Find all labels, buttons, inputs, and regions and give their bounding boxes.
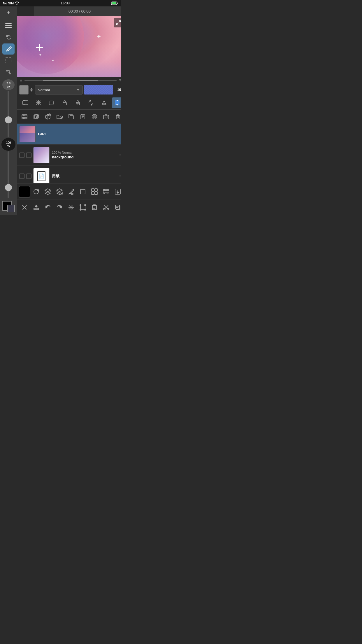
group-layers-icon[interactable]	[20, 97, 31, 108]
paste-layer-button[interactable]	[78, 111, 88, 122]
status-right	[111, 1, 118, 5]
layer-color-swatch[interactable]	[19, 85, 29, 94]
brush-size-slider[interactable]	[0, 91, 17, 137]
sparkle-button[interactable]	[66, 202, 76, 213]
pen-tool[interactable]	[2, 43, 15, 55]
color-select-icon[interactable]	[112, 97, 121, 108]
layer-visibility-bg[interactable]	[19, 153, 24, 158]
add-folder-button[interactable]	[54, 111, 65, 122]
undo-button[interactable]	[43, 202, 53, 213]
star-3: ✦	[52, 59, 54, 62]
gallery-button[interactable]	[30, 186, 42, 197]
svg-point-104	[80, 204, 81, 206]
layer-info-paper: 用紙	[52, 174, 118, 179]
timer-bar: 00:00 / 60:00	[34, 6, 121, 16]
canvas-scrollbar[interactable]: ≡ ✎	[17, 77, 121, 84]
undo-tool[interactable]	[2, 32, 15, 43]
cut-button[interactable]	[101, 202, 111, 213]
svg-rect-64	[116, 116, 119, 119]
updown-arrows[interactable]	[30, 88, 33, 92]
layer-more-bg[interactable]: ≡	[118, 151, 121, 159]
layer-row-paper[interactable]: 📄 用紙 ≡	[17, 166, 121, 183]
layer-thumb-bg	[33, 147, 50, 163]
layer-row-background[interactable]: 100 % Normal background ≡	[17, 145, 121, 166]
fx-icon[interactable]	[33, 97, 44, 108]
svg-marker-26	[102, 101, 106, 105]
expand-button[interactable]	[114, 18, 121, 27]
grid-button[interactable]	[89, 186, 100, 197]
status-left: No SIM	[3, 1, 19, 5]
brush-settings-button[interactable]	[65, 186, 77, 197]
opacity-slider[interactable]	[8, 151, 9, 198]
blend-up-icon[interactable]	[99, 97, 109, 108]
add-button[interactable]: +	[2, 8, 15, 19]
left-toolbar: +	[0, 6, 17, 215]
paste-button[interactable]	[113, 202, 121, 213]
layer-info-bg: 100 % Normal background	[52, 151, 118, 159]
layer-settings-button[interactable]	[54, 186, 65, 197]
layer-row-girl[interactable]: GIRL	[17, 124, 121, 145]
layer-info-girl: GIRL	[38, 132, 121, 136]
mask-layer-button[interactable]	[89, 111, 100, 122]
alpha-lock-icon[interactable]	[73, 97, 83, 108]
add-shape-button[interactable]	[43, 111, 53, 122]
import-button[interactable]	[31, 202, 41, 213]
clipboard-button[interactable]	[89, 202, 100, 213]
canvas-button[interactable]	[77, 186, 89, 197]
layer-lock-bg[interactable]	[26, 153, 31, 158]
selection-tool[interactable]	[2, 55, 15, 66]
timer-display: 00:00 / 60:00	[68, 9, 91, 13]
layers-button[interactable]	[42, 186, 54, 197]
stamp-icon[interactable]	[46, 97, 57, 108]
filmstrip-icon[interactable]	[19, 111, 30, 122]
layers-list[interactable]: GIRL 100 % Normal background ≡	[17, 124, 121, 183]
opacity-value: 100	[114, 88, 121, 92]
redo-button[interactable]	[54, 202, 65, 213]
svg-marker-11	[30, 90, 33, 92]
color-swatch-bottom[interactable]	[19, 186, 30, 197]
color-pair[interactable]	[2, 201, 15, 212]
svg-marker-24	[90, 100, 91, 102]
svg-marker-12	[77, 89, 80, 91]
svg-marker-10	[30, 88, 33, 90]
svg-point-106	[80, 209, 81, 210]
export-button[interactable]	[112, 186, 121, 197]
svg-rect-31	[22, 115, 27, 119]
menu-button[interactable]	[2, 20, 15, 32]
blend-mode-select[interactable]: Normal	[35, 85, 83, 94]
svg-rect-78	[92, 192, 94, 195]
canvas-wrapper[interactable]: ✦ ✦ ✦	[17, 16, 121, 77]
delete-layer-button[interactable]	[113, 111, 121, 122]
crosshair-cursor	[35, 43, 43, 53]
layer-lock-paper[interactable]	[26, 174, 31, 179]
rotate-icon[interactable]	[86, 97, 96, 108]
opacity-indicator[interactable]: 100 %	[1, 138, 15, 150]
canvas[interactable]: ✦ ✦ ✦	[17, 16, 121, 77]
horizontal-scrollbar[interactable]	[24, 80, 117, 81]
resize-button[interactable]	[78, 202, 88, 213]
svg-marker-91	[117, 192, 119, 193]
transform-tool[interactable]	[2, 66, 15, 78]
add-layer-button[interactable]	[31, 111, 41, 122]
camera-mask-button[interactable]	[101, 111, 111, 122]
svg-rect-75	[80, 189, 85, 194]
svg-marker-25	[91, 104, 92, 106]
layer-name-bg: background	[52, 155, 118, 159]
animation-button[interactable]	[100, 186, 112, 197]
secondary-color[interactable]	[7, 205, 15, 212]
svg-rect-79	[95, 192, 97, 195]
blend-mode-label: Normal	[38, 88, 50, 92]
svg-rect-117	[115, 205, 120, 209]
hamburger-icon-small: ≡	[20, 78, 22, 83]
lock-icon[interactable]	[59, 97, 70, 108]
layer-header: Normal 100	[17, 84, 121, 96]
brush-size-indicator[interactable]: 7.0 px	[2, 79, 15, 90]
cancel-button[interactable]	[19, 202, 30, 213]
layer-visibility-paper[interactable]	[19, 174, 24, 179]
opacity-bar[interactable]	[84, 85, 113, 94]
svg-rect-20	[63, 102, 66, 105]
layer-more-paper[interactable]: ≡	[118, 172, 121, 180]
svg-rect-103	[80, 205, 85, 210]
copy-layer-button[interactable]	[66, 111, 76, 122]
pen-settings-icon[interactable]: ✎	[119, 78, 121, 83]
